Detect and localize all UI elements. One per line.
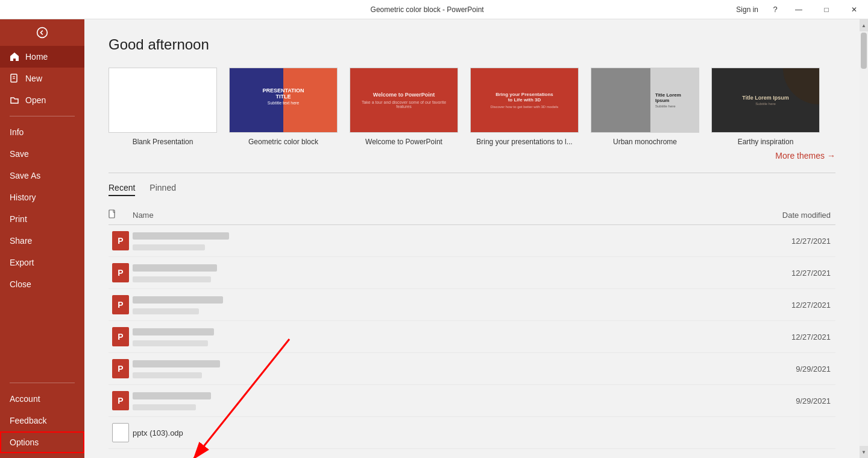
file-row[interactable]: 12/27/2021 (108, 321, 835, 353)
file-name-blur (133, 360, 220, 367)
sidebar-item-saveas[interactable]: Save As (0, 165, 84, 186)
template-thumb-bring3d: Bring your Presentationsto Life with 3D … (470, 68, 579, 133)
sidebar-divider-bottom (10, 383, 75, 383)
maximize-button[interactable]: □ (813, 0, 840, 19)
more-themes-arrow: → (827, 151, 835, 161)
sidebar-options-label: Options (10, 437, 39, 447)
template-thumb-geo: PRESENTATIONTITLESubtitle text here (229, 68, 338, 133)
template-label-welcome: Welcome to PowerPoint (365, 138, 442, 146)
new-icon (10, 74, 19, 83)
help-button[interactable]: ? (766, 0, 785, 19)
sidebar-open-label: Open (25, 95, 46, 105)
sidebar-saveas-label: Save As (10, 171, 40, 180)
template-label-bring3d: Bring your presentations to l... (476, 138, 572, 146)
close-button[interactable]: ✕ (840, 0, 868, 19)
ppt-icon (112, 327, 129, 346)
ppt-icon (112, 391, 129, 410)
scrollbar[interactable]: ▲ ▼ (860, 19, 868, 458)
template-bring3d[interactable]: Bring your Presentationsto Life with 3D … (470, 68, 579, 146)
back-button[interactable] (0, 19, 84, 46)
ppt-icon (112, 263, 129, 282)
file-list-header: Name Date modified (108, 206, 835, 225)
sidebar-item-history[interactable]: History (0, 186, 84, 208)
template-earthy[interactable]: Title Lorem Ipsum Subtitle here Earthy i… (711, 68, 820, 146)
scrollbar-thumb[interactable] (861, 33, 867, 69)
template-blank[interactable]: Blank Presentation (108, 68, 217, 146)
sidebar-item-home[interactable]: Home (0, 46, 84, 68)
template-welcome[interactable]: Welcome to PowerPoint Take a tour and di… (350, 68, 458, 146)
sidebar-item-feedback[interactable]: Feedback (0, 410, 84, 431)
sidebar-item-share[interactable]: Share (0, 230, 84, 252)
sidebar-item-close[interactable]: Close (0, 273, 84, 295)
scrollbar-track[interactable] (860, 31, 868, 446)
file-name-blur (133, 328, 214, 336)
back-icon (36, 27, 48, 39)
sidebar-item-info[interactable]: Info (0, 121, 84, 143)
file-path-blur (133, 404, 196, 410)
file-path-blur (133, 372, 202, 378)
file-row[interactable]: 9/29/2021 (108, 353, 835, 385)
scrollbar-up[interactable]: ▲ (860, 19, 868, 31)
sidebar-item-options[interactable]: Options (0, 431, 84, 453)
sidebar: Home New Open Info Save Save As (0, 19, 84, 458)
ppt-icon (112, 359, 129, 378)
template-urban[interactable]: Title LoremIpsum Subtitle here Urban mon… (591, 68, 699, 146)
sidebar-item-new[interactable]: New (0, 68, 84, 89)
file-name-blur (133, 264, 217, 272)
file-path-blur (133, 308, 199, 314)
sidebar-export-label: Export (10, 258, 34, 267)
file-path-blur (133, 340, 208, 346)
header-name-col: Name (133, 211, 739, 220)
header-date-col: Date modified (739, 211, 835, 220)
sidebar-feedback-label: Feedback (10, 416, 46, 425)
home-icon (10, 52, 19, 62)
file-header-icon (108, 209, 117, 219)
file-row-last[interactable]: pptx (103).odp (108, 417, 835, 449)
sidebar-new-label: New (25, 74, 42, 83)
file-row[interactable]: 12/27/2021 (108, 225, 835, 257)
sidebar-divider (10, 116, 75, 116)
template-label-urban: Urban monochrome (613, 138, 677, 146)
more-themes-link[interactable]: More themes → (775, 151, 835, 161)
file-row[interactable]: 12/27/2021 (108, 257, 835, 289)
signin-button[interactable]: Sign in (729, 5, 766, 14)
blank-file-icon (112, 423, 129, 442)
sidebar-share-label: Share (10, 236, 32, 246)
sidebar-item-account[interactable]: Account (0, 388, 84, 410)
tab-recent[interactable]: Recent (108, 183, 135, 196)
file-row[interactable]: 9/29/2021 (108, 385, 835, 417)
template-label-geo: Geometric color block (248, 138, 318, 146)
more-themes-label: More themes (775, 151, 825, 161)
titlebar-title: Geometric color block - PowerPoint (125, 5, 729, 14)
titlebar-controls: Sign in ? — □ ✕ (729, 0, 868, 19)
template-thumb-earthy: Title Lorem Ipsum Subtitle here (711, 68, 820, 133)
file-row[interactable]: 12/27/2021 (108, 289, 835, 321)
file-path-blur (133, 276, 211, 282)
sidebar-item-save[interactable]: Save (0, 143, 84, 165)
scrollbar-down[interactable]: ▼ (860, 446, 868, 458)
tab-pinned[interactable]: Pinned (149, 183, 176, 196)
template-label-blank: Blank Presentation (133, 138, 193, 146)
file-name-blur (133, 296, 223, 304)
sidebar-item-export[interactable]: Export (0, 252, 84, 273)
header-icon-col (108, 209, 133, 221)
sidebar-save-label: Save (10, 149, 29, 159)
minimize-button[interactable]: — (785, 0, 813, 19)
app-body: Home New Open Info Save Save As (0, 19, 868, 458)
sidebar-item-open[interactable]: Open (0, 89, 84, 111)
sidebar-bottom: Account Feedback Options (0, 378, 84, 458)
template-thumb-urban: Title LoremIpsum Subtitle here (591, 68, 699, 133)
tabs-row: Recent Pinned (108, 183, 835, 196)
sidebar-history-label: History (10, 192, 36, 202)
sidebar-item-print[interactable]: Print (0, 208, 84, 230)
template-thumb-blank (108, 68, 217, 133)
open-icon (10, 95, 19, 105)
greeting: Good afternoon (108, 36, 835, 53)
template-label-earthy: Earthy inspiration (738, 138, 794, 146)
sidebar-home-label: Home (25, 52, 48, 62)
template-geo[interactable]: PRESENTATIONTITLESubtitle text here Geom… (229, 68, 338, 146)
file-list: Name Date modified 12/27/2021 (108, 206, 835, 449)
svg-rect-4 (109, 210, 115, 218)
more-themes-row: More themes → (108, 151, 835, 161)
svg-point-0 (37, 28, 48, 38)
